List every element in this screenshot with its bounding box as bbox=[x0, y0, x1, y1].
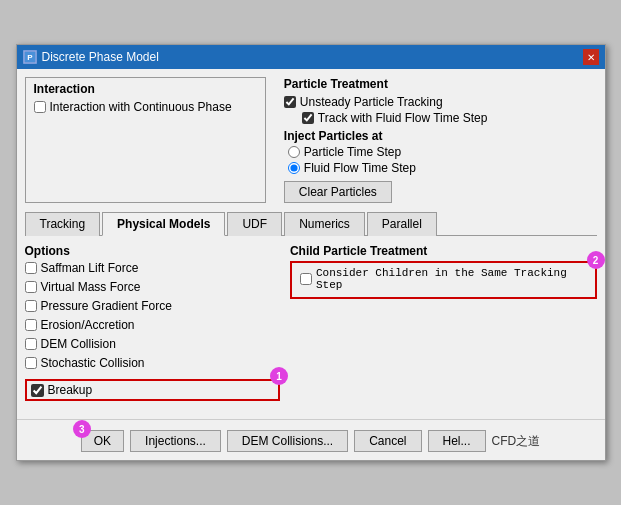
stochastic-checkbox[interactable] bbox=[25, 357, 37, 369]
tab-udf[interactable]: UDF bbox=[227, 212, 282, 236]
breakup-label: Breakup bbox=[48, 383, 93, 397]
badge-1: 1 bbox=[270, 367, 288, 385]
tab-tracking[interactable]: Tracking bbox=[25, 212, 101, 236]
child-treatment-panel: Child Particle Treatment Consider Childr… bbox=[290, 244, 597, 401]
radio-particle-label: Particle Time Step bbox=[304, 145, 401, 159]
radio-particle-time[interactable] bbox=[288, 146, 300, 158]
option-virtual-mass: Virtual Mass Force bbox=[25, 280, 280, 294]
window-content: Interaction Interaction with Continuous … bbox=[17, 69, 605, 409]
title-bar: P Discrete Phase Model ✕ bbox=[17, 45, 605, 69]
dem-collision-label: DEM Collision bbox=[41, 337, 116, 351]
window-title: Discrete Phase Model bbox=[42, 50, 159, 64]
interaction-checkbox[interactable] bbox=[34, 101, 46, 113]
option-breakup: Breakup bbox=[25, 379, 280, 401]
breakup-checkbox[interactable] bbox=[31, 384, 44, 397]
window-icon: P bbox=[23, 50, 37, 64]
bottom-section: Options Saffman Lift Force Virtual Mass … bbox=[25, 244, 597, 401]
particle-treatment-panel: Particle Treatment Unsteady Particle Tra… bbox=[276, 77, 597, 203]
radio-fluid-label: Fluid Flow Time Step bbox=[304, 161, 416, 175]
interaction-panel: Interaction Interaction with Continuous … bbox=[25, 77, 266, 203]
unsteady-checkbox[interactable] bbox=[284, 96, 296, 108]
help-button[interactable]: Hel... bbox=[428, 430, 486, 452]
interaction-checkbox-label: Interaction with Continuous Phase bbox=[50, 100, 232, 114]
unsteady-label: Unsteady Particle Tracking bbox=[300, 95, 443, 109]
main-window: P Discrete Phase Model ✕ Interaction Int… bbox=[16, 44, 606, 461]
dem-collision-checkbox[interactable] bbox=[25, 338, 37, 350]
erosion-label: Erosion/Accretion bbox=[41, 318, 135, 332]
footer: OK 3 Injections... DEM Collisions... Can… bbox=[17, 419, 605, 460]
consider-children-row: Consider Children in the Same Tracking S… bbox=[300, 267, 587, 291]
option-erosion: Erosion/Accretion bbox=[25, 318, 280, 332]
options-panel: Options Saffman Lift Force Virtual Mass … bbox=[25, 244, 280, 401]
track-fluid-label: Track with Fluid Flow Time Step bbox=[318, 111, 488, 125]
child-treatment-box: Consider Children in the Same Tracking S… bbox=[290, 261, 597, 299]
consider-children-label: Consider Children in the Same Tracking S… bbox=[316, 267, 587, 291]
child-treatment-title: Child Particle Treatment bbox=[290, 244, 597, 258]
track-fluid-checkbox[interactable] bbox=[302, 112, 314, 124]
options-list: Saffman Lift Force Virtual Mass Force Pr… bbox=[25, 261, 280, 401]
dem-collisions-button[interactable]: DEM Collisions... bbox=[227, 430, 348, 452]
top-section: Interaction Interaction with Continuous … bbox=[25, 77, 597, 203]
virtual-mass-label: Virtual Mass Force bbox=[41, 280, 141, 294]
title-bar-left: P Discrete Phase Model bbox=[23, 50, 159, 64]
interaction-checkbox-row: Interaction with Continuous Phase bbox=[34, 100, 257, 114]
stochastic-label: Stochastic Collision bbox=[41, 356, 145, 370]
tab-numerics[interactable]: Numerics bbox=[284, 212, 365, 236]
options-label: Options bbox=[25, 244, 280, 258]
particle-treatment-title: Particle Treatment bbox=[284, 77, 597, 91]
cancel-button[interactable]: Cancel bbox=[354, 430, 421, 452]
pressure-gradient-label: Pressure Gradient Force bbox=[41, 299, 172, 313]
erosion-checkbox[interactable] bbox=[25, 319, 37, 331]
brand-text: CFD之道 bbox=[492, 433, 541, 450]
radio-fluid-row: Fluid Flow Time Step bbox=[288, 161, 597, 175]
unsteady-checkbox-row: Unsteady Particle Tracking bbox=[284, 95, 597, 109]
option-stochastic: Stochastic Collision bbox=[25, 356, 280, 370]
badge-2: 2 bbox=[587, 251, 605, 269]
inject-label: Inject Particles at bbox=[284, 129, 597, 143]
injections-button[interactable]: Injections... bbox=[130, 430, 221, 452]
consider-children-checkbox[interactable] bbox=[300, 273, 312, 285]
option-pressure-gradient: Pressure Gradient Force bbox=[25, 299, 280, 313]
radio-fluid-time[interactable] bbox=[288, 162, 300, 174]
option-dem-collision: DEM Collision bbox=[25, 337, 280, 351]
pressure-gradient-checkbox[interactable] bbox=[25, 300, 37, 312]
saffman-checkbox[interactable] bbox=[25, 262, 37, 274]
badge-3: 3 bbox=[73, 420, 91, 438]
svg-text:P: P bbox=[27, 53, 33, 62]
saffman-label: Saffman Lift Force bbox=[41, 261, 139, 275]
option-saffman: Saffman Lift Force bbox=[25, 261, 280, 275]
clear-particles-button[interactable]: Clear Particles bbox=[284, 181, 392, 203]
close-button[interactable]: ✕ bbox=[583, 49, 599, 65]
track-fluid-checkbox-row: Track with Fluid Flow Time Step bbox=[302, 111, 597, 125]
radio-particle-row: Particle Time Step bbox=[288, 145, 597, 159]
tab-physical-models[interactable]: Physical Models bbox=[102, 212, 225, 236]
tabs-row: Tracking Physical Models UDF Numerics Pa… bbox=[25, 211, 597, 236]
virtual-mass-checkbox[interactable] bbox=[25, 281, 37, 293]
tab-parallel[interactable]: Parallel bbox=[367, 212, 437, 236]
interaction-title: Interaction bbox=[34, 82, 257, 96]
